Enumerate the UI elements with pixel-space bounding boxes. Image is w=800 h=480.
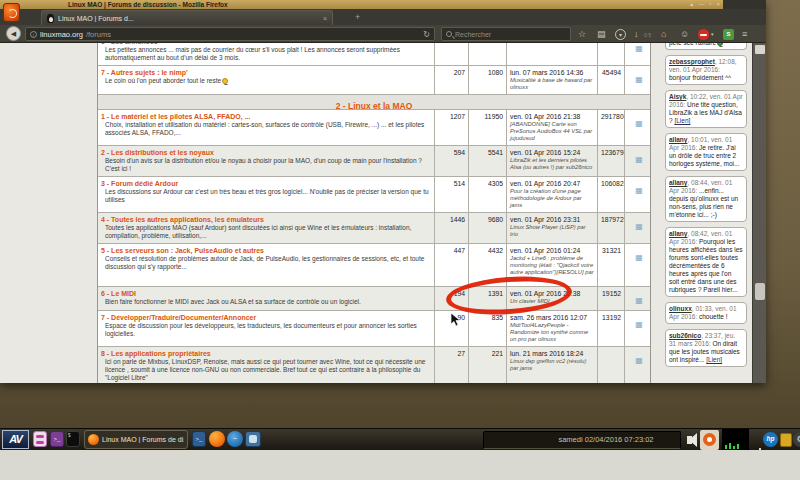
posts-count: 221 bbox=[469, 347, 507, 383]
forum-link[interactable]: 6 - Le MIDI bbox=[101, 289, 432, 298]
last-post-topic[interactable]: Linux dsp greffon vc2 (résolu) par jams bbox=[510, 358, 595, 372]
shout-user-link[interactable]: Aisyk bbox=[669, 93, 686, 100]
forum-description: Le coin où l'on peut aborder tout le res… bbox=[101, 77, 432, 85]
firefox-logo-icon[interactable] bbox=[3, 3, 20, 22]
forum-description: Besoin d'un avis sur la distribution et/… bbox=[101, 157, 432, 173]
launcher-thunderbird-icon[interactable]: ~ bbox=[227, 431, 243, 447]
last-post-topic[interactable]: Musicalité à base de hasard par olinuxx bbox=[510, 77, 595, 91]
window-controls: ▴ — ▫ × bbox=[690, 0, 720, 9]
system-monitor-tray[interactable] bbox=[722, 429, 749, 451]
volume-icon[interactable] bbox=[687, 436, 692, 444]
tray-update-icon[interactable] bbox=[700, 430, 719, 450]
adblock-caret-icon[interactable]: ▾ bbox=[711, 28, 714, 41]
last-post-topic[interactable]: Un clavier MIDI ... bbox=[510, 298, 595, 305]
tab-close-icon[interactable]: × bbox=[323, 15, 327, 22]
checkbox-icon[interactable]: ▦ bbox=[635, 75, 643, 84]
launcher-terminal-violet-icon[interactable]: >_ bbox=[50, 431, 64, 447]
checkbox-icon[interactable]: ▦ bbox=[635, 253, 643, 262]
url-host: linuxmao.org bbox=[40, 30, 83, 39]
visits-count bbox=[598, 43, 625, 65]
forum-link[interactable]: 4 - Toutes les autres applications, les … bbox=[101, 215, 432, 224]
page-scrollbar[interactable] bbox=[752, 43, 766, 383]
last-post-topic[interactable]: [ABANDONNE] Carte son PreSonus AudioBox … bbox=[510, 121, 595, 142]
checkbox-icon[interactable]: ▦ bbox=[635, 119, 643, 128]
last-post-topic[interactable]: Jackd + Line6 : problème de monitoring (… bbox=[510, 255, 595, 283]
mark-cell: ▦ bbox=[625, 66, 652, 94]
adblock-icon[interactable] bbox=[698, 29, 709, 40]
shade-window-button[interactable]: ▴ bbox=[690, 0, 693, 9]
posts-count bbox=[469, 43, 507, 65]
checkbox-icon[interactable]: ▦ bbox=[635, 356, 643, 365]
maximize-button[interactable]: ▫ bbox=[709, 0, 711, 9]
back-button[interactable]: ◀ bbox=[6, 26, 21, 41]
pocket-icon[interactable]: ▾ bbox=[615, 29, 626, 40]
tab-title: Linux MAO | Forums d... bbox=[58, 15, 319, 22]
shout-user-link[interactable]: allany bbox=[669, 136, 687, 143]
visits-count: 45494 bbox=[598, 66, 625, 94]
checkbox-icon[interactable]: ▦ bbox=[635, 320, 643, 329]
checkbox-icon[interactable]: ▦ bbox=[635, 44, 643, 53]
forum-link[interactable]: 3 - Forum dédié Ardour bbox=[101, 179, 432, 188]
forum-link[interactable]: 8 - Les applications propriétaires bbox=[101, 349, 432, 358]
topics-count: 194 bbox=[435, 287, 469, 310]
scrollbar-thumb[interactable] bbox=[755, 283, 765, 300]
avlinux-menu-button[interactable]: AV bbox=[2, 430, 29, 449]
window-title: Linux MAO | Forums de discussion - Mozil… bbox=[68, 0, 228, 9]
last-post-topic[interactable]: LibraZik et les derniers pilotes Alsa (o… bbox=[510, 157, 595, 171]
shout-link[interactable]: [Lien] bbox=[674, 117, 690, 124]
checkbox-icon[interactable]: ▦ bbox=[635, 296, 643, 305]
forum-link[interactable]: 5 - Les serveurs son : Jack, PulseAudio … bbox=[101, 246, 432, 255]
launcher-screenshot-icon[interactable] bbox=[245, 431, 261, 447]
shout-user-link[interactable]: allany bbox=[669, 179, 687, 186]
folder-tray-icon[interactable] bbox=[780, 433, 792, 447]
forum-link[interactable]: 7 - Autres sujets : le nimp' bbox=[101, 68, 432, 77]
bookmark-star-icon[interactable]: ☆ bbox=[578, 28, 586, 41]
mark-cell: ▦ bbox=[625, 43, 652, 65]
launcher-mixer-icon[interactable] bbox=[33, 431, 47, 447]
launcher-terminal-black-icon[interactable]: $ bbox=[66, 431, 80, 447]
launcher-firefox-icon[interactable] bbox=[209, 431, 225, 447]
downloads-icon[interactable]: ↓ bbox=[634, 28, 639, 41]
shout-link[interactable]: [Lien] bbox=[706, 356, 722, 363]
search-icon bbox=[446, 31, 452, 37]
visits-count: 31321 bbox=[598, 244, 625, 286]
shout-user-link[interactable]: allany bbox=[669, 230, 687, 237]
reload-icon[interactable]: ↻ bbox=[423, 30, 430, 39]
url-bar[interactable]: i linuxmao.org/forums ↻ bbox=[25, 27, 435, 41]
shout-user-link[interactable]: zebassprophet bbox=[669, 58, 715, 65]
last-post-date: ven. 01 Apr 2016 20:47 bbox=[510, 179, 595, 188]
forum-link[interactable]: 1 - Le matériel et les pilotes ALSA, FFA… bbox=[101, 112, 432, 121]
menu-icon[interactable]: ≡ bbox=[742, 28, 747, 41]
minimize-button[interactable]: — bbox=[698, 0, 704, 9]
reading-list-icon[interactable]: ▤ bbox=[597, 28, 606, 41]
last-post-topic[interactable]: Linux Show Player (LiSP) par trio bbox=[510, 224, 595, 238]
forum-link[interactable]: 7 - Développer/Traduire/Documenter/Annon… bbox=[101, 313, 432, 322]
scrollbar-arrow[interactable] bbox=[755, 45, 765, 54]
settings-gear-icon[interactable]: ⚙ bbox=[793, 432, 800, 447]
shout-user-link[interactable]: olinuxx bbox=[669, 305, 692, 312]
last-post-date: ven. 01 Apr 2016 21:38 bbox=[510, 112, 595, 121]
checkbox-icon[interactable]: ▦ bbox=[635, 222, 643, 231]
shout-user-link[interactable]: sub26nico bbox=[669, 332, 701, 339]
mark-cell: ▦ bbox=[625, 311, 652, 346]
download-indicator: 0:5 bbox=[644, 32, 651, 38]
desktop: Linux MAO | Forums de discussion - Mozil… bbox=[0, 0, 800, 480]
hp-device-icon[interactable]: hp bbox=[763, 432, 778, 447]
task-button-firefox[interactable]: Linux MAO | Forums de di... bbox=[84, 430, 188, 449]
site-info-icon[interactable]: i bbox=[30, 31, 37, 38]
search-bar[interactable]: Rechercher bbox=[441, 27, 571, 41]
smiley-addon-icon[interactable]: ☺ bbox=[680, 28, 689, 41]
launcher-terminal-blue-icon[interactable]: >_ bbox=[192, 431, 206, 447]
forum-description: Espace de discussion pour les développeu… bbox=[101, 322, 432, 338]
home-icon[interactable]: ⌂ bbox=[661, 28, 666, 41]
noscript-icon[interactable]: S bbox=[723, 29, 734, 40]
taskbar-clock[interactable]: samedi 02/04/2016 07:23:02 bbox=[483, 431, 681, 449]
close-button[interactable]: × bbox=[716, 0, 720, 9]
new-tab-button[interactable]: + bbox=[355, 12, 360, 22]
last-post-topic[interactable]: MidiTool4LazyPeople - Randomize ton synt… bbox=[510, 322, 595, 343]
checkbox-icon[interactable]: ▦ bbox=[635, 155, 643, 164]
last-post-topic[interactable]: Pour la création d'une page méthodologie… bbox=[510, 188, 595, 209]
forum-link[interactable]: 2 - Les distributions et les noyaux bbox=[101, 148, 432, 157]
checkbox-icon[interactable]: ▦ bbox=[635, 186, 643, 195]
tab-linuxmao[interactable]: Linux MAO | Forums d... × bbox=[41, 10, 333, 25]
